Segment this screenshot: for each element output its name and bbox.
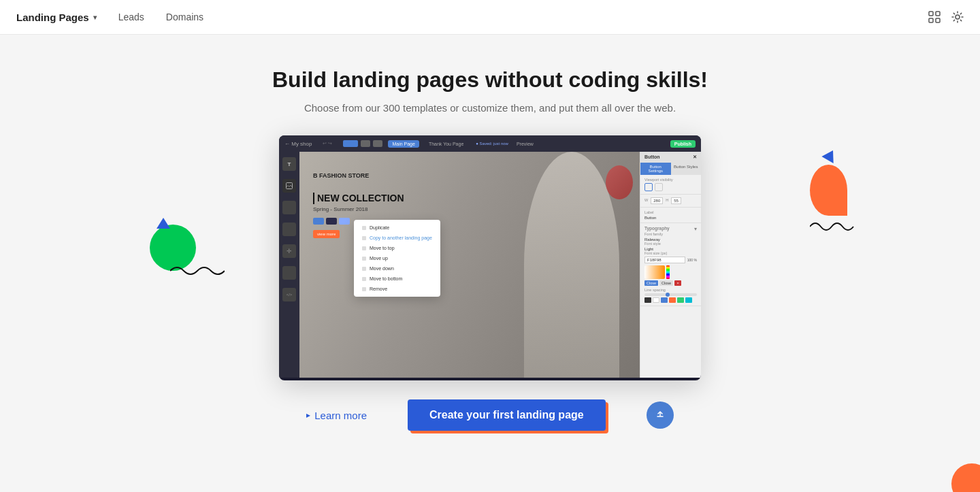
svg-rect-0 xyxy=(929,12,933,16)
svg-point-4 xyxy=(956,15,960,19)
triangle-left-icon xyxy=(157,218,170,229)
typography-section: Typography ▾ Font family Raleway Font st… xyxy=(640,223,701,306)
navbar: Landing Pages ▾ Leads Domains xyxy=(0,0,980,35)
button-styles-tab[interactable]: Button Styles xyxy=(671,163,702,175)
nav-link-leads[interactable]: Leads xyxy=(118,12,144,22)
right-panel: Button ✕ Button Settings Button Styles V… xyxy=(640,152,701,378)
collection-title: NEW COLLECTION xyxy=(313,193,404,204)
color-blue[interactable] xyxy=(313,218,324,225)
chevron-down-icon[interactable]: ▾ xyxy=(694,226,697,232)
toolbar-move[interactable]: ✛ xyxy=(282,244,296,258)
color-dark[interactable] xyxy=(326,218,337,225)
color-light[interactable] xyxy=(339,218,350,225)
gear-icon xyxy=(951,11,964,23)
nav-left: Landing Pages ▾ Leads Domains xyxy=(16,12,203,23)
arrow-left-icon: ▸ xyxy=(306,410,310,420)
thank-you-tab[interactable]: Thank You Page xyxy=(425,140,468,148)
context-move-up[interactable]: Move up xyxy=(354,253,440,263)
viewport-mobile[interactable] xyxy=(655,183,663,191)
context-move-bottom[interactable]: Move to bottom xyxy=(354,274,440,284)
orange-shape-deco xyxy=(810,165,847,216)
delete-btn[interactable]: × xyxy=(674,280,681,286)
context-move-top[interactable]: Move to top xyxy=(354,243,440,253)
panel-close-icon[interactable]: ✕ xyxy=(693,154,697,160)
chevron-down-icon: ▾ xyxy=(93,14,97,21)
woman-figure xyxy=(524,152,619,378)
toolbar-section[interactable] xyxy=(282,201,296,214)
bottom-actions: ▸ Learn more Create your first landing p… xyxy=(306,399,673,431)
editor-top-bar: ← My shop ↩ ↪ Main Page Thank You Page ●… xyxy=(279,135,701,152)
svg-rect-3 xyxy=(936,18,940,22)
color-swatch-dark[interactable] xyxy=(644,297,651,303)
upload-icon xyxy=(653,407,667,424)
deco-left xyxy=(150,225,196,271)
squiggle-left-icon xyxy=(170,264,225,278)
height-input[interactable]: 55 xyxy=(671,197,681,204)
color-swatch-white[interactable] xyxy=(653,297,659,303)
color-gradient-picker[interactable] xyxy=(644,265,665,279)
flowers xyxy=(606,165,633,199)
canvas-area[interactable]: B FASHION STORE NEW COLLECTION Spring - … xyxy=(299,152,640,378)
svg-rect-1 xyxy=(936,12,940,16)
hero-title: Build landing pages without coding skill… xyxy=(272,67,708,93)
width-input[interactable]: 280 xyxy=(651,197,663,204)
context-move-down[interactable]: Move down xyxy=(354,263,440,274)
learn-more-label: Learn more xyxy=(314,410,367,421)
main-page-tab[interactable]: Main Page xyxy=(388,140,419,148)
percent-label: 100 % xyxy=(687,258,697,262)
hero-subtitle: Choose from our 300 templates or customi… xyxy=(304,102,676,114)
view-more-button[interactable]: view more xyxy=(313,230,340,238)
learn-more-link[interactable]: ▸ Learn more xyxy=(306,410,367,421)
nav-brand[interactable]: Landing Pages ▾ xyxy=(16,12,97,23)
label-section: Label Button xyxy=(640,208,701,223)
create-button-label: Create your first landing page xyxy=(429,409,584,421)
viewport-section: Viewport visibility xyxy=(640,175,701,195)
settings-icon-button[interactable] xyxy=(951,11,964,23)
create-landing-page-button[interactable]: Create your first landing page xyxy=(408,399,606,431)
toolbar-resize[interactable] xyxy=(282,266,296,280)
publish-button[interactable]: Publish xyxy=(670,140,696,148)
panel-tabs: Button Settings Button Styles xyxy=(640,163,701,175)
color-swatch-blue[interactable] xyxy=(661,297,668,303)
close-btn-1[interactable]: Close xyxy=(644,280,658,286)
editor-area: T ✛ </> xyxy=(279,152,701,378)
preview-label: Preview xyxy=(517,142,534,146)
toolbar-text[interactable]: T xyxy=(282,157,296,171)
toolbar-image[interactable] xyxy=(282,179,296,193)
color-swatch-green[interactable] xyxy=(677,297,684,303)
nav-right xyxy=(928,11,964,23)
upload-button[interactable] xyxy=(647,401,674,429)
close-btn-2[interactable]: Close xyxy=(659,280,673,286)
button-settings-tab[interactable]: Button Settings xyxy=(640,163,671,175)
squiggle-right-icon xyxy=(810,220,858,233)
svg-rect-2 xyxy=(929,18,933,22)
dimensions-section: W 280 H 55 xyxy=(640,195,701,208)
context-menu: Duplicate Copy to another landing page M… xyxy=(354,220,440,297)
brand-logo: B FASHION STORE xyxy=(313,172,404,179)
editor-back: ← My shop xyxy=(284,141,312,147)
grid-icon-button[interactable] xyxy=(928,11,941,23)
viewport-desktop[interactable] xyxy=(644,183,653,191)
font-size-input[interactable]: F18F98 xyxy=(644,257,685,263)
brand-label: Landing Pages xyxy=(16,12,89,23)
panel-title: Button xyxy=(644,154,660,160)
color-swatch-orange[interactable] xyxy=(669,297,676,303)
context-copy[interactable]: Copy to another landing page xyxy=(354,233,440,243)
color-swatch-cyan[interactable] xyxy=(685,297,692,303)
color-bar[interactable] xyxy=(666,265,670,279)
deco-right xyxy=(810,150,858,236)
collection-season: Spring - Summer 2018 xyxy=(313,206,404,212)
bottom-right-circle-deco xyxy=(951,463,980,492)
context-remove[interactable]: Remove xyxy=(354,284,440,294)
triangle-right-icon xyxy=(821,147,838,163)
mockup-container: ← My shop ↩ ↪ Main Page Thank You Page ●… xyxy=(279,135,701,380)
mockup-frame: ← My shop ↩ ↪ Main Page Thank You Page ●… xyxy=(279,135,701,380)
context-duplicate[interactable]: Duplicate xyxy=(354,223,440,233)
grid-icon xyxy=(928,11,941,23)
fashion-bg: B FASHION STORE NEW COLLECTION Spring - … xyxy=(299,152,640,378)
nav-link-domains[interactable]: Domains xyxy=(166,12,203,22)
line-spacing-slider[interactable] xyxy=(644,293,697,296)
toolbar-code[interactable]: </> xyxy=(282,288,296,301)
panel-header: Button ✕ xyxy=(640,152,701,163)
toolbar-button[interactable] xyxy=(282,223,296,236)
